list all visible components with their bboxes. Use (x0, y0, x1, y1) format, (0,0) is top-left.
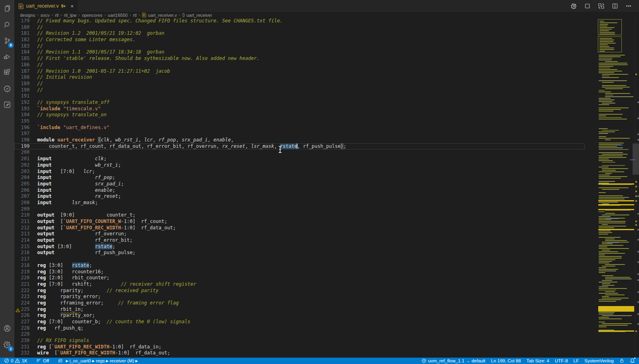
code-line[interactable]: 208input lsr_mask; (14, 200, 585, 206)
pencil-square-button[interactable] (0, 98, 14, 113)
code-line[interactable]: 197 (14, 131, 585, 137)
code-line[interactable]: 228reg rf_push_q; (14, 325, 585, 332)
breadcrumb-item[interactable]: opencores (82, 13, 102, 18)
tab-uart-receiver[interactable]: V uart_receiver.v 9+ × (14, 0, 78, 12)
code-line[interactable]: 218reg [3:0] rstate; (14, 263, 585, 269)
code-line[interactable]: 182// Corrected some Linter messages. (14, 37, 585, 43)
code-line[interactable]: 213output rf_overrun; (14, 231, 585, 237)
code-line[interactable]: 209 (14, 206, 585, 213)
breadcrumb-item[interactable]: rtl_lpw (64, 13, 77, 18)
code-line[interactable]: 180// (14, 24, 585, 31)
code-line[interactable]: 214output rf_error_bit; (14, 237, 585, 244)
encoding[interactable]: UTF-8 (552, 358, 571, 364)
code-text: reg rframing_error; // framing error fla… (37, 300, 179, 306)
editor-pane[interactable]: 179// Fixed many bugs. Updated spec. Cha… (14, 18, 639, 358)
code-line[interactable]: 227reg [7:0] counter_b; // counts the 0 … (14, 319, 585, 325)
code-line[interactable]: 222reg rparity; // received parity (14, 288, 585, 294)
breadcrumb-file[interactable]: uart_receiver.v (148, 13, 177, 18)
code-line[interactable]: 220reg [2:0] rbit_counter; (14, 275, 585, 281)
account-button[interactable] (0, 322, 14, 336)
code-line[interactable]: 224reg rframing_error; // framing error … (14, 300, 585, 306)
tabs-lock-button[interactable] (617, 358, 627, 364)
breadcrumb-item[interactable]: socv (40, 13, 50, 18)
breadcrumb-item[interactable]: designs (20, 13, 35, 18)
gutter: 216 (14, 250, 37, 256)
lens-off-toggle[interactable]: Off (33, 358, 52, 364)
code-line[interactable]: 221reg [7:0] rshift; // receiver shift r… (14, 281, 585, 288)
notifications-button[interactable] (627, 358, 639, 364)
code-line[interactable]: 203input [7:0] lcr; (14, 169, 585, 175)
approval-seal-button[interactable] (0, 82, 14, 97)
language-mode[interactable]: SystemVerilog (581, 358, 617, 364)
code-line[interactable]: 207input rx_reset; (14, 193, 585, 200)
settings-button[interactable]: 1 (0, 338, 14, 352)
customize-layout-gear-icon[interactable] (571, 3, 577, 9)
breadcrumb-symbol[interactable]: uart_receiver (186, 13, 212, 18)
minimap[interactable] (597, 18, 636, 358)
code-line[interactable]: 181// Revision 1.2 2001/05/21 19:12:02 g… (14, 30, 585, 37)
code-line[interactable]: 184// Revision 1.1 2001/05/17 18:34:18 g… (14, 49, 585, 56)
code-line[interactable]: 223reg rparity_error; (14, 294, 585, 300)
code-line[interactable]: 185// First 'stable' release. Should be … (14, 56, 585, 62)
code-line[interactable]: 216output rf_push_pulse; (14, 250, 585, 256)
code-line[interactable]: 191 (14, 93, 585, 99)
code-text: reg rbit_in; (37, 306, 84, 313)
search-button[interactable] (0, 18, 14, 33)
code-line[interactable]: 206input enable; (14, 187, 585, 194)
minimap-line (599, 104, 609, 105)
code-line[interactable]: 229 (14, 331, 585, 338)
code-line[interactable]: 202input wb_rst_i; (14, 162, 585, 169)
run-debug-button[interactable] (0, 50, 14, 65)
more-actions-icon[interactable] (625, 3, 632, 9)
code-line[interactable]: 198module uart_receiver (clk, wb_rst_i, … (14, 137, 585, 143)
code-line[interactable]: 186// (14, 62, 585, 68)
code-line[interactable]: 196`include "uart_defines.v" (14, 125, 585, 131)
code-line[interactable]: 189// (14, 81, 585, 87)
code-line[interactable]: 205input srx_pad_i; (14, 181, 585, 187)
minimap-line (602, 243, 613, 244)
source-control-button[interactable]: 8 (0, 34, 14, 49)
extensions-button[interactable] (0, 66, 14, 81)
sync-changes-icon[interactable] (598, 3, 605, 9)
code-line[interactable]: 201input clk; (14, 156, 585, 162)
gutter: 195 (14, 118, 37, 125)
code-line[interactable]: 210output [9:0] counter_t; (14, 212, 585, 219)
code-line[interactable]: 204input rf_pop; (14, 175, 585, 181)
code-line[interactable]: 190// (14, 87, 585, 93)
code-line[interactable]: 217 (14, 256, 585, 263)
minimap-line (599, 60, 612, 60)
code-line[interactable]: 199 counter_t, rf_count, rf_data_out, rf… (14, 143, 585, 150)
code-line[interactable]: 212output [`UART_FIFO_REC_WIDTH-1:0] rf_… (14, 225, 585, 231)
code-line[interactable]: 192// synopsys translate_off (14, 99, 585, 106)
code-line[interactable]: 183// (14, 43, 585, 50)
code-line[interactable]: 188// Initial revision (14, 74, 585, 81)
code-line[interactable]: 232wire [`UART_FIFO_REC_WIDTH-1:0] rf_da… (14, 350, 585, 356)
code-line[interactable]: 211output [`UART_FIFO_COUNTER_W-1:0] rf_… (14, 219, 585, 225)
tab-close-icon[interactable]: × (70, 3, 74, 9)
code-line[interactable]: 195 (14, 118, 585, 125)
code-line[interactable]: 231reg [`UART_FIFO_REC_WIDTH-1:0] rf_dat… (14, 344, 585, 350)
scope-hierarchy[interactable]: ▶i_oc_uart0▶regs▶receiver (M)▶ (55, 358, 142, 364)
tab-size[interactable]: Tab Size: 4 (524, 358, 552, 364)
code-line[interactable]: 194// synopsys translate_on (14, 112, 585, 118)
square-icon[interactable] (584, 3, 591, 9)
code-line[interactable]: 179// Fixed many bugs. Updated spec. Cha… (14, 18, 585, 24)
scrollbar-thumb[interactable] (633, 143, 639, 175)
code-line[interactable]: 226reg rparity_xor; (14, 312, 585, 319)
code-line[interactable]: 230// RX FIFO signals (14, 338, 585, 344)
code-line[interactable]: 225reg rbit_in; (14, 306, 585, 313)
flow-config[interactable]: uvm_ref_flow_1.1 → default (419, 358, 488, 364)
cursor-position[interactable]: Ln 199, Col 88 (488, 358, 524, 364)
breadcrumb-item[interactable]: uart16550 (108, 13, 128, 18)
code-line[interactable]: 187// Revision 1.0 2001-05-17 21:27:11+0… (14, 68, 585, 75)
code-line[interactable]: 219reg [3:0] rcounter16; (14, 269, 585, 275)
eol-indicator[interactable]: LF (571, 358, 581, 364)
breadcrumb-item[interactable]: rtl (133, 13, 137, 18)
code-line[interactable]: 215output [3:0] rstate; (14, 244, 585, 250)
code-line[interactable]: 193`include "timescale.v" (14, 106, 585, 112)
explorer-button[interactable] (0, 2, 14, 17)
problems-indicator[interactable]: 0 1K (0, 358, 30, 364)
code-line[interactable]: 200 (14, 149, 585, 156)
breadcrumb-item[interactable]: rtl (55, 13, 58, 18)
split-editor-icon[interactable] (612, 3, 618, 9)
